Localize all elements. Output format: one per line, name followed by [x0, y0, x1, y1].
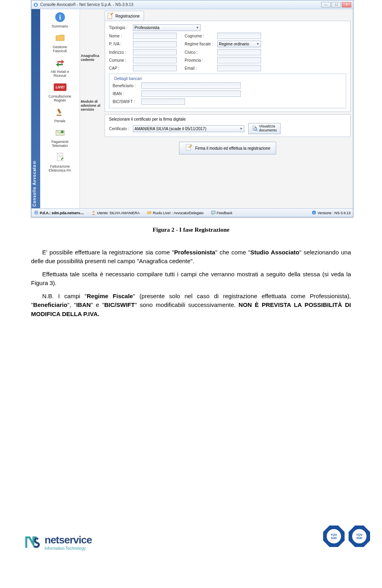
- sign-button-label: Firma il modulo ed effettua la registraz…: [195, 146, 271, 150]
- sidebar: i Sommario Gestione Fascicoli Atti Invia…: [40, 9, 80, 208]
- sidebar-item-label: Gestione Fascicoli: [41, 45, 79, 53]
- envelope-icon: [54, 126, 66, 139]
- comune-input[interactable]: [133, 57, 177, 63]
- window-buttons: — ☐ ✕: [321, 2, 351, 8]
- left-rail: Consolle Avvocato®: [31, 9, 40, 208]
- sidebar-item-label: Consultazione Registri: [41, 94, 79, 102]
- gavel-icon: [54, 105, 66, 118]
- sidebar-item-label: Pagamenti Telematici: [41, 140, 79, 148]
- netservice-logo: netservice Information Technology: [24, 533, 92, 551]
- tab-label: Registrazione: [115, 14, 140, 18]
- iban-input[interactable]: [141, 90, 241, 97]
- register-icon: [107, 12, 114, 20]
- maximize-button[interactable]: ☐: [331, 2, 341, 8]
- tipologia-select[interactable]: Professionista▼: [133, 24, 201, 31]
- info-small-icon: i: [312, 210, 316, 216]
- tuv-logos: TÜVSÜD TÜVSÜD: [323, 525, 370, 551]
- status-pda: P.d.A.: sdm.pda.netserv....: [34, 210, 84, 216]
- provincia-input[interactable]: [217, 57, 261, 63]
- cap-label: CAP :: [109, 66, 133, 70]
- nome-label: Nome :: [109, 34, 133, 38]
- bic-label: BIC/SWIFT :: [113, 100, 141, 104]
- iban-label: IBAN :: [113, 92, 141, 96]
- globe-icon: [34, 210, 39, 216]
- page-footer: netservice Information Technology TÜVSÜD…: [0, 525, 382, 555]
- email-input[interactable]: [217, 65, 261, 71]
- svg-rect-10: [57, 153, 63, 161]
- feedback-icon: [211, 210, 216, 216]
- cert-select[interactable]: AMANIERA SILVIA (scade il 05/11/2017)▼: [133, 125, 244, 132]
- folder-small-icon: [147, 210, 152, 216]
- nome-input[interactable]: [133, 33, 177, 39]
- tipologia-label: Tipologia :: [109, 25, 133, 30]
- sidebar-item-atti[interactable]: Atti Inviati e Ricevuti: [41, 56, 79, 78]
- status-versione: i Versione : NS-3.9.13: [312, 210, 351, 216]
- window-title: Consolle Avvocato® - Net Service S.p.A. …: [40, 2, 321, 7]
- paragraph-3: N.B. I campi "Regime Fiscale" (presente …: [31, 292, 351, 319]
- netservice-text: netservice: [45, 534, 92, 546]
- provincia-label: Provincia :: [185, 58, 217, 63]
- beneficiario-label: Beneficiario :: [113, 84, 141, 88]
- bic-input[interactable]: [141, 98, 185, 105]
- main-area: Registrazione Tipologia : Professionista…: [105, 9, 353, 208]
- invoice-icon: [54, 151, 66, 164]
- comune-label: Comune :: [109, 58, 133, 63]
- sign-register-button[interactable]: Firma il modulo ed effettua la registraz…: [179, 142, 277, 154]
- live-icon: LIVE!: [54, 81, 66, 94]
- cert-panel: Selezionare il certificato per la firma …: [105, 114, 351, 137]
- cognome-label: Cognome :: [185, 34, 217, 38]
- sidebar-item-label: Atti Inviati e Ricevuti: [41, 70, 79, 78]
- email-label: Email :: [185, 66, 217, 70]
- folder-icon: [54, 31, 66, 44]
- svg-rect-6: [57, 109, 61, 114]
- svg-point-23: [92, 211, 94, 213]
- sidebar-item-fatturazione[interactable]: Fatturazione Elettronica PA: [41, 151, 79, 172]
- sidebar-item-label: Sommario: [41, 24, 79, 28]
- svg-text:i: i: [59, 13, 61, 21]
- sidebar-item-sommario[interactable]: i Sommario: [41, 11, 79, 28]
- civico-input[interactable]: [217, 49, 261, 55]
- sidebar-item-label: Penale: [41, 119, 79, 123]
- sidebar-item-penale[interactable]: Penale: [41, 105, 79, 123]
- tuv-badge-1: TÜVSÜD: [323, 525, 345, 551]
- regime-label: Regime fiscale :: [185, 42, 217, 46]
- close-button[interactable]: ✕: [342, 2, 351, 8]
- tuv-badge-2: TÜVSÜD: [349, 525, 370, 551]
- cert-instruction: Selezionare il certificato per la firma …: [109, 117, 346, 121]
- anagrafica-label: Anagrafica cedente: [80, 22, 105, 94]
- svg-rect-24: [211, 211, 215, 214]
- paragraph-2: Effettuata tale scelta è necessario comp…: [31, 270, 351, 288]
- svg-point-9: [60, 131, 63, 133]
- exchange-icon: [54, 56, 66, 69]
- registrazione-tab[interactable]: Registrazione: [105, 11, 144, 21]
- svg-text:LIVE!: LIVE!: [55, 85, 64, 89]
- statusbar: P.d.A.: sdm.pda.netserv.... Utente: SILV…: [31, 208, 353, 217]
- section-labels: Anagrafica cedente Modulo di adesione al…: [80, 9, 105, 208]
- view-document-button[interactable]: Visualizzadocumento: [248, 123, 281, 134]
- beneficiario-input[interactable]: [141, 82, 241, 89]
- search-doc-icon: [252, 125, 257, 132]
- info-icon: i: [54, 11, 66, 23]
- sidebar-item-fascicoli[interactable]: Gestione Fascicoli: [41, 31, 79, 53]
- document-body: Figura 2 - I fase Registrazione E' possi…: [31, 225, 351, 318]
- sidebar-item-label: Fatturazione Elettronica PA: [41, 164, 79, 172]
- regime-select[interactable]: Regime ordinario▼: [217, 41, 261, 47]
- anagrafica-panel: Tipologia : Professionista▼ Nome : Cogno…: [105, 21, 351, 112]
- figure-caption: Figura 2 - I fase Registrazione: [31, 225, 351, 234]
- civico-label: Civico :: [185, 50, 217, 55]
- indirizzo-label: Indirizzo :: [109, 50, 133, 55]
- piva-input[interactable]: [133, 41, 177, 47]
- minimize-button[interactable]: —: [321, 2, 331, 8]
- sidebar-item-pagamenti[interactable]: Pagamenti Telematici: [41, 126, 79, 148]
- svg-rect-1: [35, 4, 37, 6]
- titlebar: Consolle Avvocato® - Net Service S.p.A. …: [31, 0, 353, 9]
- svg-line-16: [256, 130, 257, 131]
- sidebar-item-registri[interactable]: LIVE! Consultazione Registri: [41, 81, 79, 102]
- indirizzo-input[interactable]: [133, 49, 177, 55]
- cap-input[interactable]: [133, 65, 177, 71]
- cert-label: Certificato :: [109, 127, 133, 131]
- cognome-input[interactable]: [217, 33, 261, 39]
- app-icon: [33, 2, 39, 8]
- bank-legend: Dettagli bancari: [113, 76, 143, 81]
- status-feedback[interactable]: Feedback: [211, 210, 233, 216]
